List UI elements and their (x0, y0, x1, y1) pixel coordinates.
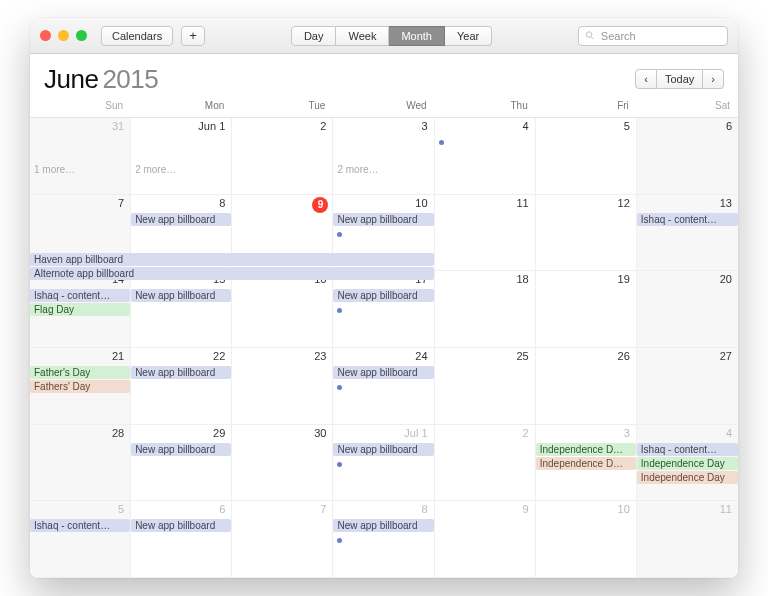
event-item[interactable]: Content Call (333, 303, 344, 316)
prev-month-button[interactable]: ‹ (635, 69, 657, 89)
day-cell[interactable]: 7 (232, 501, 333, 578)
day-number: 2 (523, 427, 529, 439)
day-cell[interactable]: 13Ishaq - content… (637, 195, 738, 272)
close-icon[interactable] (40, 30, 51, 41)
event-banner[interactable]: Independence D… (536, 443, 636, 456)
more-events-link[interactable]: 2 more… (131, 163, 231, 176)
day-cell[interactable]: 11 (637, 501, 738, 578)
day-cell[interactable]: 15New app billboard (131, 271, 232, 348)
day-cell[interactable]: 10 (536, 501, 637, 578)
zoom-icon[interactable] (76, 30, 87, 41)
event-banner[interactable]: Alternote app billboard (30, 267, 434, 280)
day-number: 13 (720, 197, 732, 209)
weekday-label: Mon (131, 100, 232, 117)
search-input[interactable] (599, 29, 721, 43)
weekday-label: Thu (435, 100, 536, 117)
day-cell[interactable]: 3Independence D…Independence D… (536, 425, 637, 502)
day-number: 3 (624, 427, 630, 439)
day-cell[interactable]: 28 (30, 425, 131, 502)
day-cell[interactable]: 8New app billboardContent Call (333, 501, 434, 578)
event-banner[interactable]: New app billboard (131, 443, 231, 456)
day-cell[interactable]: 2 (435, 425, 536, 502)
day-cell[interactable]: 24New app billboardContent Call (333, 348, 434, 425)
day-cell[interactable]: 18 (435, 271, 536, 348)
day-cell[interactable]: 6New app billboard (131, 501, 232, 578)
day-cell[interactable]: 20 (637, 271, 738, 348)
add-event-button[interactable]: + (181, 26, 205, 46)
calendar-grid: 311 more…Jun 12 more…232 more…4talk to J… (30, 118, 738, 578)
event-banner[interactable]: New app billboard (131, 519, 231, 532)
event-banner[interactable]: Ishaq - content… (637, 443, 738, 456)
day-cell[interactable]: 23 (232, 348, 333, 425)
day-cell[interactable]: 25 (435, 348, 536, 425)
event-banner[interactable]: New app billboard (333, 366, 433, 379)
day-number: Jul 1 (404, 427, 427, 439)
event-banner[interactable]: Independence D… (536, 457, 636, 470)
view-year[interactable]: Year (445, 26, 492, 46)
event-item[interactable]: Content Call (333, 533, 344, 546)
event-banner[interactable]: Ishaq - content… (637, 213, 738, 226)
day-cell[interactable]: 11 (435, 195, 536, 272)
day-cell[interactable]: 26 (536, 348, 637, 425)
event-item[interactable]: talk to Jess abou… (435, 135, 446, 148)
weekday-label: Fri (536, 100, 637, 117)
view-day[interactable]: Day (291, 26, 337, 46)
day-number: 6 (726, 120, 732, 132)
view-week[interactable]: Week (336, 26, 389, 46)
event-banner[interactable]: New app billboard (131, 213, 231, 226)
minimize-icon[interactable] (58, 30, 69, 41)
day-cell[interactable]: Jul 1New app billboardContent Call (333, 425, 434, 502)
view-month[interactable]: Month (389, 26, 445, 46)
next-month-button[interactable]: › (703, 69, 724, 89)
day-cell[interactable]: 32 more… (333, 118, 434, 195)
event-banner[interactable]: New app billboard (333, 519, 433, 532)
day-cell[interactable]: 9 (435, 501, 536, 578)
day-cell[interactable]: 5 (536, 118, 637, 195)
day-cell[interactable]: 29New app billboard (131, 425, 232, 502)
day-cell[interactable]: 4talk to Jess abou… (435, 118, 536, 195)
day-number: 6 (219, 503, 225, 515)
event-banner[interactable]: New app billboard (333, 213, 433, 226)
day-cell[interactable]: 311 more… (30, 118, 131, 195)
day-number: 11 (516, 197, 528, 209)
month-header: June2015 ‹ Today › (30, 54, 738, 100)
day-cell[interactable]: 27 (637, 348, 738, 425)
day-cell[interactable]: 21Father's DayFathers' Day (30, 348, 131, 425)
day-cell[interactable]: 12 (536, 195, 637, 272)
weekday-label: Sat (637, 100, 738, 117)
day-cell[interactable]: 19 (536, 271, 637, 348)
event-banner[interactable]: Haven app billboard (30, 253, 434, 266)
search-field[interactable] (578, 26, 728, 46)
event-item[interactable]: Content Call (333, 457, 344, 470)
more-events-link[interactable]: 2 more… (333, 163, 433, 176)
event-banner[interactable]: Father's Day (30, 366, 130, 379)
more-events-link[interactable]: 1 more… (30, 163, 130, 176)
day-cell[interactable]: 16 (232, 271, 333, 348)
event-banner[interactable]: New app billboard (131, 366, 231, 379)
event-banner[interactable]: Fathers' Day (30, 380, 130, 393)
event-banner[interactable]: Independence Day (637, 471, 738, 484)
today-badge: 9 (312, 197, 328, 213)
day-cell[interactable]: 6 (637, 118, 738, 195)
day-cell[interactable]: Jun 12 more… (131, 118, 232, 195)
day-cell[interactable]: 22New app billboard (131, 348, 232, 425)
day-cell[interactable]: 4Ishaq - content…Independence DayIndepen… (637, 425, 738, 502)
event-banner[interactable]: Ishaq - content… (30, 519, 130, 532)
event-banner[interactable]: Ishaq - content… (30, 289, 130, 302)
day-cell[interactable]: 30 (232, 425, 333, 502)
event-banner[interactable]: Independence Day (637, 457, 738, 470)
day-cell[interactable]: 2 (232, 118, 333, 195)
calendars-button[interactable]: Calendars (101, 26, 173, 46)
event-banner[interactable]: New app billboard (333, 289, 433, 302)
title-month: June (44, 64, 98, 94)
event-banner[interactable]: New app billboard (131, 289, 231, 302)
day-cell[interactable]: 14Ishaq - content…Flag Day (30, 271, 131, 348)
event-item[interactable]: Content Call (333, 227, 344, 240)
day-number: 25 (516, 350, 528, 362)
today-button[interactable]: Today (657, 69, 703, 89)
day-cell[interactable]: 17New app billboardContent Call (333, 271, 434, 348)
event-item[interactable]: Content Call (333, 380, 344, 393)
event-banner[interactable]: Flag Day (30, 303, 130, 316)
day-cell[interactable]: 5Ishaq - content… (30, 501, 131, 578)
event-banner[interactable]: New app billboard (333, 443, 433, 456)
